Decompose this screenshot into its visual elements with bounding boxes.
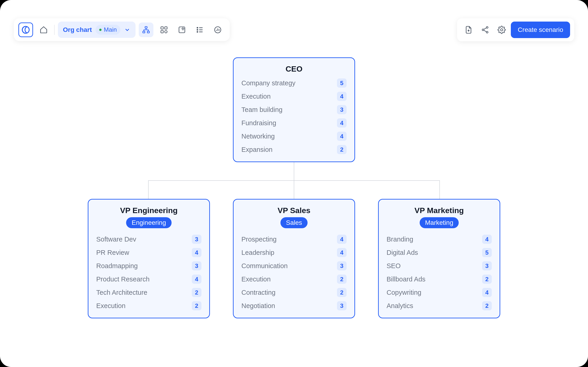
skill-label: Tech Architecture <box>96 289 147 296</box>
org-node-marketing[interactable]: VP MarketingMarketingBranding4Digital Ad… <box>378 199 500 318</box>
top-left-toolbar: Org chart Main <box>14 18 230 41</box>
skill-score: 2 <box>337 288 346 297</box>
skill-label: Leadership <box>242 249 275 257</box>
skill-label: Execution <box>242 275 271 283</box>
gear-icon <box>498 26 506 34</box>
grid-view-button[interactable] <box>157 23 171 37</box>
skill-label: Software Dev <box>96 236 136 243</box>
logo-button[interactable] <box>18 23 33 37</box>
skill-label: PR Review <box>96 249 129 257</box>
skill-label: Expansion <box>242 146 272 153</box>
skill-list: Branding4Digital Ads5SEO3Billboard Ads2C… <box>387 235 492 310</box>
skill-row: Team building3 <box>242 105 346 114</box>
svg-rect-3 <box>147 31 149 33</box>
skill-row: Software Dev3 <box>96 235 201 244</box>
skill-score: 4 <box>337 92 346 101</box>
skill-row: Roadmapping3 <box>96 261 201 270</box>
skill-label: Prospecting <box>242 236 277 243</box>
vp-row: VP EngineeringEngineeringSoftware Dev3PR… <box>78 199 510 318</box>
skill-label: Team building <box>242 106 283 114</box>
org-node-sales[interactable]: VP SalesSalesProspecting4Leadership4Comm… <box>233 199 355 318</box>
skill-row: SEO3 <box>387 261 492 270</box>
skill-row: Copywriting4 <box>387 288 492 297</box>
share-icon <box>481 26 489 34</box>
toolbar-divider <box>54 25 55 35</box>
status-dot-icon <box>99 29 102 31</box>
list-icon <box>196 26 204 34</box>
skill-row: Execution2 <box>242 275 346 284</box>
node-dept: Marketing <box>387 217 492 228</box>
skill-row: Digital Ads5 <box>387 248 492 257</box>
skill-label: Networking <box>242 133 275 140</box>
skill-label: Billboard Ads <box>387 275 425 283</box>
skill-score: 4 <box>192 275 201 284</box>
scenario-badge: Main <box>95 25 120 35</box>
connectors <box>78 162 510 199</box>
sparkle-icon <box>178 26 186 34</box>
sparkle-view-button[interactable] <box>174 23 189 37</box>
node-title: VP Sales <box>242 206 346 215</box>
node-title: CEO <box>242 65 346 73</box>
scenario-badge-text: Main <box>104 26 117 33</box>
svg-rect-8 <box>179 27 185 33</box>
skill-label: Communication <box>242 262 288 270</box>
home-button[interactable] <box>36 23 51 37</box>
dept-badge: Marketing <box>420 217 459 228</box>
dept-badge: Engineering <box>126 217 171 228</box>
skill-row: Execution4 <box>242 92 346 101</box>
skill-score: 3 <box>337 301 346 310</box>
hierarchy-icon <box>142 26 150 34</box>
list-view-button[interactable] <box>192 23 207 37</box>
skill-score: 3 <box>192 261 201 270</box>
skill-row: Tech Architecture2 <box>96 288 201 297</box>
skill-row: Contracting2 <box>242 288 346 297</box>
skill-row: Leadership4 <box>242 248 346 257</box>
org-node-ceo[interactable]: CEO Company strategy5Execution4Team buil… <box>233 57 355 162</box>
skill-label: Execution <box>242 93 271 100</box>
svg-point-11 <box>197 31 198 32</box>
skill-score: 3 <box>337 261 346 270</box>
skill-label: Analytics <box>387 302 413 310</box>
skill-score: 2 <box>337 145 346 154</box>
skill-score: 2 <box>337 275 346 284</box>
hierarchy-view-button[interactable] <box>139 23 153 37</box>
ceo-row: CEO Company strategy5Execution4Team buil… <box>78 57 510 162</box>
svg-rect-2 <box>143 31 145 33</box>
skill-score: 2 <box>482 275 492 284</box>
skill-label: Product Research <box>96 275 149 283</box>
org-node-engineering[interactable]: VP EngineeringEngineeringSoftware Dev3PR… <box>88 199 210 318</box>
org-chart-selector[interactable]: Org chart Main <box>58 22 136 38</box>
skill-row: Billboard Ads2 <box>387 275 492 284</box>
svg-rect-1 <box>145 26 147 28</box>
skill-row: Company strategy5 <box>242 78 346 88</box>
skill-label: Branding <box>387 236 413 243</box>
download-button[interactable] <box>461 23 476 37</box>
settings-button[interactable] <box>494 23 509 37</box>
chevron-down-icon <box>124 27 130 33</box>
skill-row: Branding4 <box>387 235 492 244</box>
skill-list: Company strategy5Execution4Team building… <box>242 78 346 154</box>
analytics-view-button[interactable] <box>210 23 225 37</box>
top-right-toolbar: Create scenario <box>457 18 574 41</box>
skill-row: Product Research4 <box>96 275 201 284</box>
svg-rect-4 <box>161 27 164 29</box>
skill-score: 3 <box>337 105 346 114</box>
create-scenario-button[interactable]: Create scenario <box>511 22 570 38</box>
skill-label: Negotiation <box>242 302 275 310</box>
svg-rect-6 <box>161 31 164 33</box>
node-title: VP Marketing <box>387 206 492 215</box>
skill-label: Roadmapping <box>96 262 138 270</box>
skill-row: Prospecting4 <box>242 235 346 244</box>
skill-label: Company strategy <box>242 79 295 87</box>
skill-list: Prospecting4Leadership4Communication3Exe… <box>242 235 346 310</box>
skill-label: SEO <box>387 262 401 270</box>
skill-score: 5 <box>482 248 492 257</box>
skill-row: Expansion2 <box>242 145 346 154</box>
svg-rect-5 <box>165 27 167 29</box>
skill-row: Execution2 <box>96 301 201 310</box>
share-button[interactable] <box>478 23 493 37</box>
skill-label: Copywriting <box>387 289 422 296</box>
skill-label: Digital Ads <box>387 249 418 257</box>
org-chart-canvas: CEO Company strategy5Execution4Team buil… <box>78 57 510 318</box>
skill-row: Fundraising4 <box>242 118 346 127</box>
